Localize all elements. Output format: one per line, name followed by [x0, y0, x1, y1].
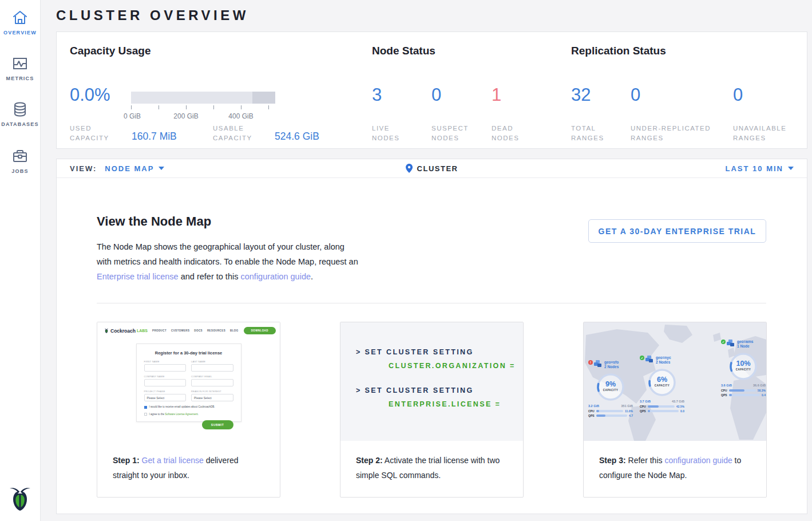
capacity-gauge-nonusable-segment: [252, 92, 275, 104]
unavailable-ranges-label: UNAVAILABLE RANGES: [733, 124, 796, 143]
field-label: REASON FOR INTEREST: [191, 390, 233, 393]
cockroach-labs-brand: Cockroach LABS: [104, 327, 148, 334]
time-range-value: LAST 10 MIN: [726, 164, 783, 173]
view-label: VIEW:: [70, 164, 97, 173]
capacity-used-percent: 0.0%: [70, 85, 110, 105]
capacity-caption: CAPACITY: [595, 389, 626, 392]
submit-pill: SUBMIT: [202, 420, 233, 429]
sidebar-item-databases[interactable]: DATABASES: [0, 101, 40, 127]
capacity-gauge-ticks: [131, 105, 275, 110]
home-icon: [11, 9, 29, 26]
brand-suffix: LABS: [137, 329, 148, 333]
sidebar-item-metrics[interactable]: METRICS: [0, 55, 40, 81]
qps-label: QPS: [721, 393, 727, 397]
live-nodes-value: 3: [372, 85, 382, 105]
reason-select: Please Select: [191, 394, 233, 401]
live-nodes-label: LIVE NODES: [372, 124, 412, 143]
cpu-value: 42.5%: [676, 405, 684, 408]
node-status-section: Node Status 3 LIVE NODES 0 SUSPECT NODES…: [372, 45, 561, 57]
capacity-percent: 9%: [595, 380, 626, 388]
cpu-label: CPU: [721, 389, 727, 392]
capacity-usage-title: Capacity Usage: [70, 45, 362, 57]
node-status-title: Node Status: [372, 45, 561, 57]
under-replicated-ranges-label: UNDER-REPLICATED RANGES: [631, 124, 722, 143]
view-bar: VIEW: NODE MAP CLUSTER LAST 10 MIN: [57, 159, 807, 178]
project-phase-select: Please Select: [144, 394, 187, 401]
view-dropdown-value: NODE MAP: [105, 164, 154, 173]
map-pin-icon: [406, 164, 413, 173]
company-email-field: [191, 379, 233, 386]
configuration-guide-link[interactable]: configuration guide: [240, 272, 311, 281]
usable-value: 36.6 GiB: [753, 384, 766, 387]
download-pill: DOWNLOAD: [244, 327, 276, 334]
trial-site-header: Cockroach LABS PRODUCT CUSTOMERS DOCS RE…: [97, 322, 280, 334]
promo-desc-text: The Node Map shows the geographical layo…: [97, 242, 358, 266]
step-3-label: Step 3:: [599, 456, 626, 465]
first-name-field: [144, 364, 187, 372]
locality-nyc: ✓ geo=nyc2 Nodes 6% CAPACITY: [640, 356, 692, 413]
qps-value: 0.0: [680, 409, 684, 413]
jobs-icon: [11, 148, 29, 165]
divider: [97, 303, 766, 303]
tick-label: 0 GiB: [124, 112, 141, 120]
cockroach-bug-icon: [104, 327, 109, 334]
capacity-ring: 9% CAPACITY: [595, 372, 626, 402]
node-stack-icon: [727, 340, 735, 347]
get-trial-license-link[interactable]: Get a trial license: [142, 456, 204, 465]
dead-nodes-value: 1: [492, 85, 501, 105]
chevron-down-icon: [788, 167, 794, 170]
locality-ams: ✓ geo=ams1 Node 10% CAPACITY: [721, 340, 766, 397]
sidebar-item-label: JOBS: [0, 168, 40, 174]
software-license-link: Software License Agreement.: [165, 413, 199, 416]
locality-breadcrumb[interactable]: CLUSTER: [406, 164, 458, 173]
capacity-ring: 10% CAPACITY: [728, 351, 759, 382]
page-title: CLUSTER OVERVIEW: [56, 7, 249, 23]
sidebar-item-jobs[interactable]: JOBS: [0, 148, 40, 174]
tick-label: 400 GiB: [228, 112, 253, 120]
locality-name: geo=nyc2 Nodes: [656, 356, 671, 365]
view-panel: VIEW: NODE MAP CLUSTER LAST 10 MIN: [56, 159, 807, 514]
cpu-label: CPU: [588, 409, 595, 413]
used-capacity-value: 160.7 MiB: [132, 131, 177, 143]
sidebar: OVERVIEW METRICS DATABASES: [0, 0, 41, 521]
enterprise-trial-button[interactable]: GET A 30-DAY ENTERPRISE TRIAL: [588, 219, 766, 243]
nav-blog: BLOG: [230, 329, 239, 332]
sidebar-item-overview[interactable]: OVERVIEW: [0, 9, 40, 35]
node-map-promo-description: The Node Map shows the geographical layo…: [97, 239, 359, 284]
capacity-caption: CAPACITY: [647, 384, 678, 387]
step-3-caption: Step 3: Refer this configuration guide t…: [584, 441, 766, 483]
chevron-down-icon: [159, 167, 164, 170]
replication-status-section: Replication Status 32 TOTAL RANGES 0 UND…: [571, 45, 800, 57]
live-status-badge: ✓: [640, 356, 644, 360]
view-dropdown[interactable]: NODE MAP: [105, 164, 164, 173]
capacity-gauge-tick-labels: 0 GiB 200 GiB 400 GiB: [131, 112, 275, 120]
license-checkbox: [144, 413, 147, 416]
capacity-percent: 10%: [728, 360, 759, 368]
used-value: 3.7 GiB: [640, 400, 651, 403]
dead-nodes-label: DEAD NODES: [492, 124, 532, 143]
step-1-caption: Step 1: Get a trial license delivered st…: [97, 441, 280, 483]
trial-site-preview: Cockroach LABS PRODUCT CUSTOMERS DOCS RE…: [97, 322, 280, 441]
time-range-dropdown[interactable]: LAST 10 MIN: [726, 164, 794, 173]
metrics-icon: [11, 55, 29, 72]
node-stack-icon: [645, 356, 653, 363]
dead-status-badge: !: [588, 360, 593, 365]
trial-site-nav: PRODUCT CUSTOMERS DOCS RESOURCES BLOG DO…: [148, 327, 276, 334]
step-1-card: Cockroach LABS PRODUCT CUSTOMERS DOCS RE…: [97, 322, 280, 498]
configuration-guide-link[interactable]: configuration guide: [664, 456, 732, 465]
last-name-field: [191, 364, 233, 372]
nav-docs: DOCS: [194, 329, 203, 332]
promo-desc-text: and refer to this: [179, 272, 241, 281]
used-capacity-label: USED CAPACITY: [70, 124, 120, 143]
enterprise-trial-license-link[interactable]: Enterprise trial license: [97, 272, 179, 281]
usable-value: 43.7 GiB: [672, 400, 684, 403]
step-2-card: > SET CLUSTER SETTING CLUSTER.ORGANIZATI…: [340, 322, 524, 498]
company-name-field: [144, 379, 187, 386]
cluster-overview-page: OVERVIEW METRICS DATABASES: [0, 0, 812, 521]
tick-label: 200 GiB: [173, 112, 198, 120]
sidebar-item-label: DATABASES: [0, 121, 40, 127]
qps-label: QPS: [640, 409, 646, 413]
capacity-ring: 6% CAPACITY: [647, 367, 678, 398]
cpu-value: 11.0%: [625, 409, 633, 413]
capacity-percent: 6%: [647, 376, 678, 384]
